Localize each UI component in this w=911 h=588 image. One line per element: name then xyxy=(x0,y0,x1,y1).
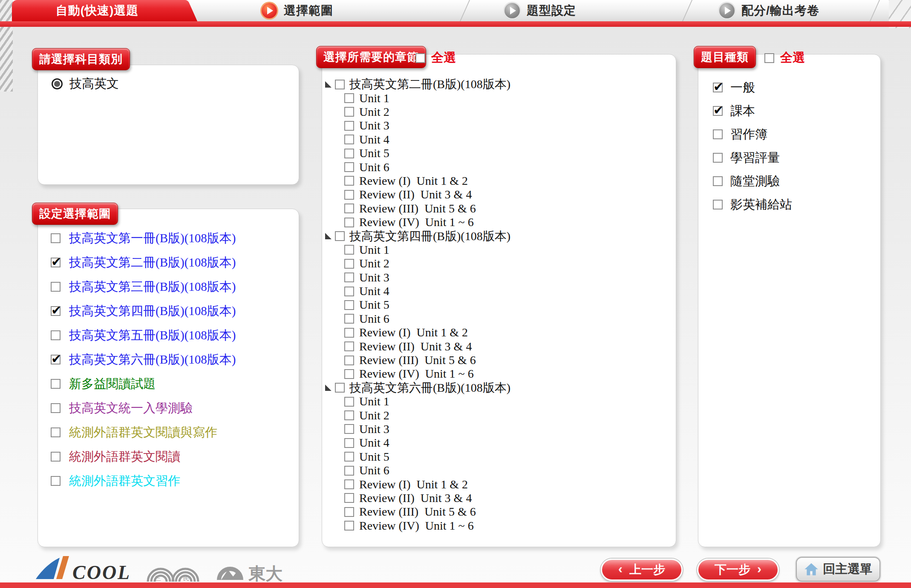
checkbox[interactable] xyxy=(344,93,354,103)
tree-chapter-row[interactable]: Unit 3 xyxy=(322,119,673,132)
tree-chapter-row[interactable]: Unit 1 xyxy=(322,243,673,257)
checkbox[interactable] xyxy=(344,341,354,351)
tree-chapter-row[interactable]: Unit 4 xyxy=(322,284,673,298)
range-item[interactable]: 技高英文第一冊(B版)(108版本) xyxy=(51,226,293,250)
tree-chapter-row[interactable]: Review (III) Unit 5 & 6 xyxy=(322,202,673,215)
checkbox[interactable] xyxy=(51,282,61,292)
tree-chapter-row[interactable]: Unit 2 xyxy=(322,408,673,422)
tree-chapter-row[interactable]: Review (IV) Unit 1 ~ 6 xyxy=(322,519,673,533)
checkbox[interactable] xyxy=(344,300,354,310)
checkbox[interactable] xyxy=(713,129,723,139)
checkbox[interactable] xyxy=(344,162,354,172)
range-item[interactable]: 技高英文統一入學測驗 xyxy=(51,396,293,420)
tree-chapter-row[interactable]: Unit 3 xyxy=(322,270,673,284)
tree-chapter-row[interactable]: Review (II) Unit 3 & 4 xyxy=(322,339,673,353)
checkbox[interactable] xyxy=(335,383,345,393)
checkbox[interactable] xyxy=(344,272,354,282)
range-item[interactable]: 技高英文第四冊(B版)(108版本) xyxy=(51,299,293,323)
tree-chapter-row[interactable]: Review (III) Unit 5 & 6 xyxy=(322,505,673,519)
tree-chapter-row[interactable]: Unit 6 xyxy=(322,312,673,326)
range-item[interactable]: 技高英文第五冊(B版)(108版本) xyxy=(51,323,293,347)
tree-book-row[interactable]: 技高英文第二冊(B版)(108版本) xyxy=(322,77,673,91)
question-type-item[interactable]: 習作簿 xyxy=(713,123,876,146)
checkbox[interactable] xyxy=(713,153,723,163)
checkbox[interactable] xyxy=(344,107,354,117)
checkbox[interactable] xyxy=(344,287,354,296)
question-type-item[interactable]: 一般 xyxy=(713,76,876,99)
checkbox[interactable] xyxy=(344,410,354,420)
tree-chapter-row[interactable]: Unit 5 xyxy=(322,450,673,464)
checkbox[interactable] xyxy=(713,106,723,116)
types-select-all[interactable]: 全選 xyxy=(764,50,805,66)
checkbox[interactable] xyxy=(344,493,354,503)
checkbox[interactable] xyxy=(335,231,345,241)
tree-chapter-row[interactable]: Review (II) Unit 3 & 4 xyxy=(322,491,673,505)
checkbox[interactable] xyxy=(344,218,354,227)
checkbox[interactable] xyxy=(51,403,61,413)
range-item[interactable]: 技高英文第二冊(B版)(108版本) xyxy=(51,250,293,275)
tree-chapter-row[interactable]: Unit 2 xyxy=(322,105,673,119)
chapters-select-all[interactable]: 全選 xyxy=(415,50,456,66)
tree-chapter-row[interactable]: Unit 1 xyxy=(322,395,673,408)
checkbox[interactable] xyxy=(51,427,61,437)
checkbox[interactable] xyxy=(51,476,61,486)
tree-chapter-row[interactable]: Unit 4 xyxy=(322,133,673,146)
checkbox[interactable] xyxy=(344,424,354,434)
tree-book-row[interactable]: 技高英文第四冊(B版)(108版本) xyxy=(322,229,673,243)
tree-chapter-row[interactable]: Review (I) Unit 1 & 2 xyxy=(322,174,673,188)
checkbox[interactable] xyxy=(344,479,354,489)
checkbox[interactable] xyxy=(51,258,61,267)
tree-chapter-row[interactable]: Review (IV) Unit 1 ~ 6 xyxy=(322,215,673,229)
back-to-main-menu-button[interactable]: 回主選單 xyxy=(796,557,880,582)
checkbox[interactable] xyxy=(713,83,723,92)
checkbox[interactable] xyxy=(51,233,61,243)
checkbox[interactable] xyxy=(344,204,354,213)
tree-chapter-row[interactable]: Review (II) Unit 3 & 4 xyxy=(322,188,673,201)
tab-auto-quick-select[interactable]: 自動(快速)選題 xyxy=(12,0,182,21)
checkbox[interactable] xyxy=(344,438,354,448)
tree-book-row[interactable]: 技高英文第六冊(B版)(108版本) xyxy=(322,381,673,395)
checkbox[interactable] xyxy=(344,176,354,186)
checkbox[interactable] xyxy=(51,330,61,340)
tree-chapter-row[interactable]: Unit 2 xyxy=(322,257,673,270)
question-type-item[interactable]: 課本 xyxy=(713,99,876,123)
range-item[interactable]: 統測外語群英文閱讀與寫作 xyxy=(51,420,293,445)
question-type-item[interactable]: 學習評量 xyxy=(713,146,876,169)
checkbox[interactable] xyxy=(344,135,354,144)
tree-expanded-icon[interactable] xyxy=(325,384,332,391)
tree-chapter-row[interactable]: Review (I) Unit 1 & 2 xyxy=(322,326,673,339)
checkbox[interactable] xyxy=(51,452,61,462)
checkbox[interactable] xyxy=(344,521,354,531)
range-item[interactable]: 統測外語群英文習作 xyxy=(51,469,293,493)
tab-score-output[interactable]: 配分/輸出考卷 xyxy=(719,0,819,21)
tree-chapter-row[interactable]: Unit 4 xyxy=(322,436,673,450)
tree-chapter-row[interactable]: Unit 5 xyxy=(322,298,673,312)
question-type-item[interactable]: 影英補給站 xyxy=(713,193,876,216)
range-item[interactable]: 統測外語群英文閱讀 xyxy=(51,445,293,469)
range-item[interactable]: 技高英文第六冊(B版)(108版本) xyxy=(51,347,293,372)
tree-chapter-row[interactable]: Review (III) Unit 5 & 6 xyxy=(322,353,673,367)
checkbox[interactable] xyxy=(344,507,354,517)
checkbox[interactable] xyxy=(51,306,61,316)
radio-selected-icon[interactable] xyxy=(52,78,63,89)
tree-chapter-row[interactable]: Unit 6 xyxy=(322,160,673,174)
checkbox[interactable] xyxy=(344,452,354,462)
subject-option[interactable]: 技高英文 xyxy=(52,75,119,92)
tree-expanded-icon[interactable] xyxy=(325,233,332,239)
checkbox[interactable] xyxy=(335,80,345,89)
checkbox[interactable] xyxy=(344,149,354,158)
checkbox[interactable] xyxy=(344,397,354,407)
checkbox[interactable] xyxy=(344,356,354,365)
checkbox[interactable] xyxy=(344,121,354,131)
tree-chapter-row[interactable]: Unit 6 xyxy=(322,464,673,477)
checkbox[interactable] xyxy=(344,190,354,200)
checkbox[interactable] xyxy=(764,53,774,63)
tree-chapter-row[interactable]: Unit 3 xyxy=(322,422,673,436)
range-item[interactable]: 新多益閱讀試題 xyxy=(51,372,293,396)
tree-chapter-row[interactable]: Review (I) Unit 1 & 2 xyxy=(322,477,673,491)
checkbox[interactable] xyxy=(344,328,354,338)
range-item[interactable]: 技高英文第三冊(B版)(108版本) xyxy=(51,275,293,299)
tree-chapter-row[interactable]: Review (IV) Unit 1 ~ 6 xyxy=(322,367,673,381)
tree-chapter-row[interactable]: Unit 5 xyxy=(322,146,673,160)
checkbox[interactable] xyxy=(344,466,354,476)
